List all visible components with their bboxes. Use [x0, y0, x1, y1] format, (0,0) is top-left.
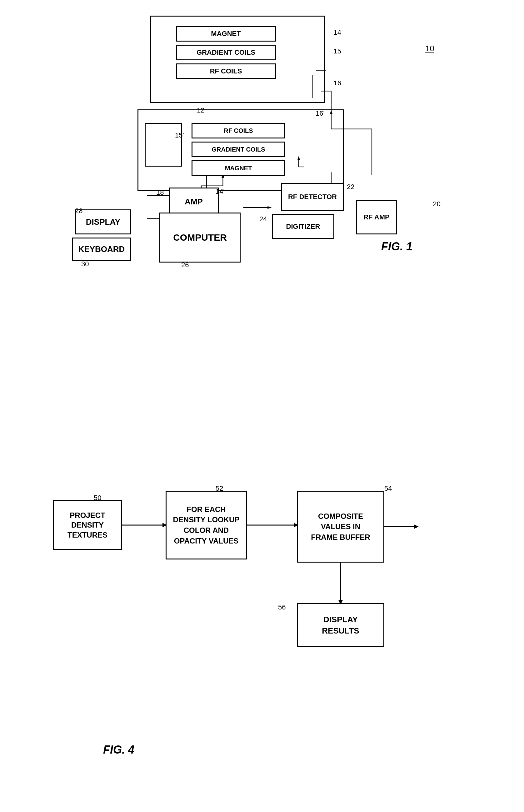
label-15: 15	[334, 47, 341, 55]
label-18: 18	[156, 189, 164, 197]
display-label: DISPLAY	[86, 217, 120, 227]
composite-label: COMPOSITEVALUES INFRAME BUFFER	[311, 511, 370, 542]
gradient-coils-label-top: GRADIENT COILS	[197, 48, 255, 56]
density-lookup-box: FOR EACHDENSITY LOOKUPCOLOR ANDOPACITY V…	[166, 491, 247, 559]
label-10: 10	[425, 44, 434, 53]
fig4-title: FIG. 4	[103, 743, 134, 757]
digitizer-label: DIGITIZER	[286, 223, 320, 231]
fig4-diagram: 50 PROJECTDENSITYTEXTURES 52 FOR EACHDEN…	[40, 422, 447, 766]
display-box: DISPLAY	[75, 209, 131, 234]
rf-amp-box: RF AMP	[356, 200, 397, 234]
label-22: 22	[347, 183, 354, 191]
fig1-title: FIG. 1	[381, 240, 412, 253]
display-results-box: DISPLAYRESULTS	[297, 603, 384, 647]
display-results-label: DISPLAYRESULTS	[322, 614, 359, 637]
computer-box: COMPUTER	[159, 213, 241, 262]
inner-screen	[145, 123, 182, 167]
magnet-box-top: MAGNET	[176, 26, 276, 42]
magnet-label-top: MAGNET	[211, 30, 241, 38]
rf-coils-label-top: RF COILS	[210, 67, 242, 75]
keyboard-label: KEYBOARD	[78, 244, 125, 254]
mri-outer-box: MAGNET GRADIENT COILS RF COILS 14 15 16	[150, 16, 325, 103]
magnet-inner-label: MAGNET	[225, 165, 252, 172]
magnet-inner: MAGNET	[192, 160, 285, 176]
label-16: 16	[334, 79, 341, 87]
mri-inner-container: RF COILS GRADIENT COILS MAGNET	[137, 109, 344, 191]
density-lookup-label: FOR EACHDENSITY LOOKUPCOLOR ANDOPACITY V…	[173, 504, 240, 546]
rf-coils-inner-label: RF COILS	[224, 127, 253, 134]
project-density-label: PROJECTDENSITYTEXTURES	[67, 510, 108, 540]
label-20: 20	[433, 200, 441, 208]
gradient-coils-box-top: GRADIENT COILS	[176, 45, 276, 60]
label-14prime: 14'	[216, 188, 225, 196]
label-14: 14	[334, 29, 341, 36]
label-15prime: 15'	[175, 131, 184, 140]
project-density-box: PROJECTDENSITYTEXTURES	[53, 500, 122, 550]
label-26: 26	[181, 261, 189, 269]
composite-box: COMPOSITEVALUES INFRAME BUFFER	[297, 491, 384, 563]
digitizer-box: DIGITIZER	[272, 214, 334, 239]
amp-label: AMP	[185, 197, 203, 207]
rf-amp-label: RF AMP	[363, 213, 390, 221]
svg-marker-41	[414, 524, 419, 529]
label-24: 24	[259, 215, 267, 223]
label-30: 30	[81, 260, 89, 268]
keyboard-box: KEYBOARD	[72, 238, 131, 261]
fig1-diagram: MAGNET GRADIENT COILS RF COILS 14 15 16 …	[63, 13, 438, 256]
label-54: 54	[384, 485, 392, 492]
rf-coils-inner: RF COILS	[192, 123, 285, 139]
amp-box: AMP	[169, 188, 219, 216]
computer-label: COMPUTER	[173, 232, 227, 243]
label-28: 28	[75, 207, 82, 215]
rf-coils-box-top: RF COILS	[176, 63, 276, 79]
gradient-coils-inner: GRADIENT COILS	[192, 142, 285, 157]
gradient-coils-inner-label: GRADIENT COILS	[212, 146, 265, 153]
page: MAGNET GRADIENT COILS RF COILS 14 15 16 …	[0, 0, 524, 812]
rf-detector-label: RF DETECTOR	[288, 193, 337, 201]
label-56: 56	[278, 603, 285, 611]
rf-detector-box: RF DETECTOR	[281, 183, 344, 211]
svg-marker-11	[267, 206, 272, 209]
